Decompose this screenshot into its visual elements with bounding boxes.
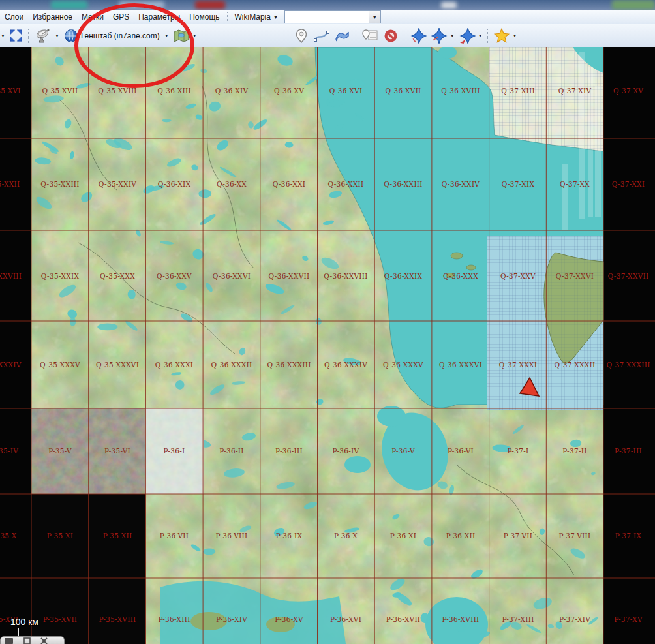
wikimapia-dropdown[interactable]: WikiMapia ▼ — [231, 11, 282, 23]
map-light-tiles — [145, 408, 203, 494]
background-blob — [612, 0, 655, 10]
add-polygon-button[interactable] — [332, 27, 353, 45]
combobox-dropdown-button[interactable]: ▼ — [369, 11, 380, 23]
goto-last-marker-button[interactable] — [408, 27, 429, 45]
gps-device-dropdown[interactable]: ▼ — [32, 27, 61, 45]
menu-layers[interactable]: Слои — [0, 11, 28, 23]
map-source-label: Генштаб (in7ane.com) — [81, 31, 160, 40]
favorites-star-icon — [493, 27, 510, 44]
fullscreen-button[interactable] — [7, 27, 25, 45]
satellite-dish-icon — [34, 28, 52, 44]
menu-gps[interactable]: GPS — [108, 11, 134, 23]
search-input[interactable] — [285, 11, 369, 23]
menu-separator — [227, 12, 228, 22]
map-source-dropdown[interactable]: Генштаб (in7ane.com) ▼ — [61, 27, 171, 45]
cancel-icon — [382, 28, 399, 44]
menu-help[interactable]: Помощь — [185, 11, 224, 23]
chevron-down-icon: ▼ — [478, 33, 483, 38]
status-bar-fragment — [0, 636, 65, 644]
hide-marks-button[interactable] — [380, 27, 401, 45]
menu-placemarks[interactable]: Метки — [77, 11, 108, 23]
path-icon — [313, 28, 330, 44]
map-viewport[interactable]: 35-XVIQ-35-XVIIQ-35-XVIIIQ-36-XIIIQ-36-X… — [0, 47, 655, 644]
layers-map-icon — [173, 28, 190, 44]
scale-label: 100 км — [10, 617, 38, 627]
background-blob — [195, 1, 225, 9]
chevron-down-icon: ▼ — [164, 33, 169, 38]
add-placemark-button[interactable] — [292, 27, 311, 45]
monitor-icon[interactable] — [5, 638, 13, 644]
toolbar-separator — [28, 29, 29, 43]
goto-marker-third-icon — [459, 27, 476, 44]
placemark-icon — [294, 28, 309, 44]
goto-marker-icon — [410, 27, 427, 44]
goto-marker-dropdown[interactable]: ▼ — [429, 27, 457, 45]
chevron-down-icon: ▼ — [513, 33, 517, 38]
polygon-icon — [334, 28, 351, 44]
globe-icon — [63, 28, 79, 44]
desktop-background-strip — [0, 0, 655, 10]
toolbar-overflow-chevron-icon[interactable]: ▼ — [1, 33, 5, 38]
background-blob — [119, 1, 164, 8]
layers-dropdown[interactable]: ▼ — [171, 27, 199, 45]
fullscreen-icon — [8, 28, 23, 43]
menu-favorites[interactable]: Избранное — [28, 11, 77, 23]
chevron-down-icon: ▼ — [55, 33, 59, 38]
chevron-down-icon: ▼ — [450, 33, 455, 38]
goto-marker-third-dropdown[interactable]: ▼ — [457, 27, 485, 45]
menu-bar: Слои Избранное Метки GPS Параметры Помощ… — [0, 10, 655, 25]
toolbar-separator — [404, 29, 405, 43]
search-combobox[interactable]: ▼ — [284, 10, 381, 23]
chevron-down-icon: ▼ — [192, 33, 197, 38]
placemark-manager-button[interactable] — [359, 27, 380, 45]
toolbar-separator — [487, 29, 489, 43]
close-icon[interactable] — [41, 638, 47, 644]
toolbar-separator — [356, 29, 357, 43]
goto-marker-alt-icon — [431, 27, 448, 44]
placemark-list-icon — [361, 28, 378, 44]
background-blob — [441, 2, 457, 8]
toolbar: ▼ ▼ — [0, 24, 655, 48]
background-blob — [51, 1, 87, 9]
window-icon[interactable] — [24, 638, 30, 644]
map-canvas — [0, 47, 655, 644]
wikimapia-label: WikiMapia — [235, 12, 271, 22]
menu-options[interactable]: Параметры — [134, 11, 185, 23]
add-path-button[interactable] — [311, 27, 332, 45]
chevron-down-icon: ▼ — [273, 15, 278, 20]
favorites-dropdown[interactable]: ▼ — [491, 27, 519, 45]
